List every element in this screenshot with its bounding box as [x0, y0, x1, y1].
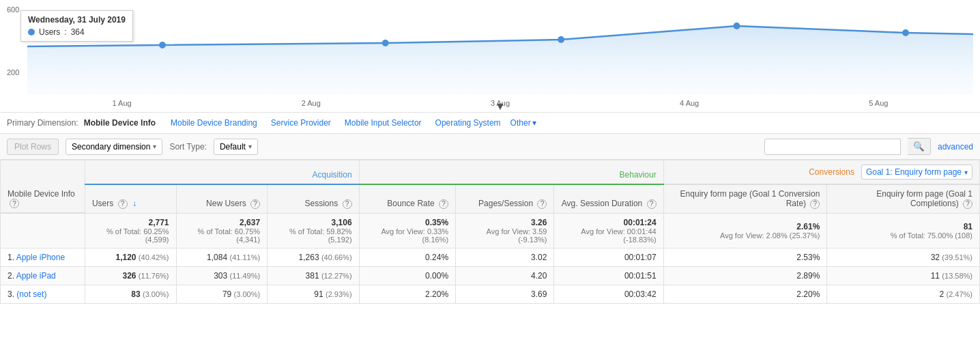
pages-session-col-header: Pages/Session ? [456, 184, 554, 213]
device-info-header: Mobile Device Info ? [1, 160, 85, 214]
row-sessions: 91 (2.93%) [268, 285, 359, 303]
help-icon-users[interactable]: ? [118, 199, 128, 209]
help-icon-enquiry-completions[interactable]: ? [963, 199, 972, 209]
y-label-200: 200 [7, 68, 19, 76]
acquisition-group-header: Acquisition [85, 160, 359, 185]
row-device-name: 3. (not set) [1, 285, 85, 303]
search-input[interactable] [764, 139, 901, 155]
help-icon-avg-session[interactable]: ? [647, 199, 657, 209]
x-label-1aug: 1 Aug [113, 99, 132, 107]
row-pages-session: 3.02 [456, 248, 554, 266]
behaviour-group-header: Behaviour [359, 160, 663, 185]
advanced-link[interactable]: advanced [938, 142, 973, 152]
svg-point-2 [382, 40, 389, 46]
sort-type-dropdown[interactable]: Default [214, 139, 258, 155]
help-icon-device[interactable]: ? [10, 199, 19, 208]
row-bounce-rate: 0.24% [359, 248, 456, 266]
svg-point-5 [902, 29, 909, 36]
row-enquiry-rate: 2.53% [663, 248, 827, 266]
primary-dim-label: Primary Dimension: [7, 118, 78, 128]
row-sessions: 381 (12.27%) [268, 266, 359, 285]
group-header-row: Mobile Device Info ? Acquisition Behavio… [1, 160, 980, 185]
sort-users-icon[interactable]: ↓ [132, 199, 136, 208]
sort-label: Sort Type: [169, 142, 206, 152]
table-row: 3. (not set) 83 (3.00%) 79 (3.00%) 91 (2… [1, 285, 980, 303]
device-link[interactable]: Apple iPad [16, 271, 56, 281]
x-label-5aug: 5 Aug [869, 99, 888, 107]
tooltip-number: 364 [71, 27, 85, 37]
total-sessions: 3,106 % of Total: 59.82% (5,192) [268, 213, 359, 248]
total-new-users: 2,637 % of Total: 60.75% (4,341) [176, 213, 268, 248]
chart-area: 600 200 Wednesday, 31 July 2019 Users: 3… [0, 0, 980, 113]
total-bounce-rate: 0.35% Avg for View: 0.33% (8.16%) [359, 213, 456, 248]
table-body: 1. Apple iPhone 1,120 (40.42%) 1,084 (41… [1, 248, 980, 303]
row-avg-session: 00:03:42 [554, 285, 663, 303]
enquiry-completions-col-header: Enquiry form page (Goal 1 Completions) ? [827, 184, 980, 213]
table-row: 1. Apple iPhone 1,120 (40.42%) 1,084 (41… [1, 248, 980, 266]
row-avg-session: 00:01:07 [554, 248, 663, 266]
link-service-provider[interactable]: Service Provider [267, 117, 335, 129]
chart-tooltip: Wednesday, 31 July 2019 Users: 364 [20, 10, 133, 42]
svg-point-1 [159, 42, 166, 48]
y-label-600: 600 [7, 5, 19, 14]
chart-x-labels: 1 Aug 2 Aug 3 Aug ▼ 4 Aug 5 Aug [27, 96, 973, 110]
column-header-row: Users ? ↓ New Users ? Sessions ? Bounce … [1, 184, 980, 213]
svg-point-3 [558, 36, 564, 43]
row-new-users: 79 (3.00%) [176, 285, 268, 303]
help-icon-bounce[interactable]: ? [439, 199, 448, 209]
plot-rows-button: Plot Rows [7, 139, 59, 155]
chevron-down-icon: ▾ [532, 118, 536, 128]
x-label-2aug: 2 Aug [302, 99, 321, 107]
secondary-dim-dropdown[interactable]: Secondary dimension [66, 139, 162, 155]
row-enquiry-completions: 32 (39.51%) [827, 248, 980, 266]
row-enquiry-completions: 11 (13.58%) [827, 266, 980, 285]
primary-dim-value: Mobile Device Info [84, 118, 156, 128]
help-icon-new-users[interactable]: ? [250, 199, 260, 209]
total-avg-session: 00:01:24 Avg for View: 00:01:44 (-18.83%… [554, 213, 663, 248]
search-icon: 🔍 [913, 141, 925, 152]
link-mobile-branding[interactable]: Mobile Device Branding [167, 117, 261, 129]
row-device-name: 1. Apple iPhone [1, 248, 85, 266]
svg-point-4 [734, 23, 740, 29]
row-new-users: 303 (11.49%) [176, 266, 268, 285]
sessions-col-header: Sessions ? [268, 184, 359, 213]
x-label-4aug: 4 Aug [680, 99, 699, 107]
row-new-users: 1,084 (41.11%) [176, 248, 268, 266]
row-enquiry-rate: 2.20% [663, 285, 827, 303]
row-bounce-rate: 0.00% [359, 266, 456, 285]
bounce-rate-col-header: Bounce Rate ? [359, 184, 456, 213]
row-users: 83 (3.00%) [85, 285, 176, 303]
help-icon-pages[interactable]: ? [537, 199, 547, 209]
help-icon-sessions[interactable]: ? [343, 199, 352, 209]
goal-dropdown[interactable]: Goal 1: Enquiry form page [861, 165, 972, 180]
row-pages-session: 3.69 [456, 285, 554, 303]
row-device-name: 2. Apple iPad [1, 266, 85, 285]
table-row: 2. Apple iPad 326 (11.76%) 303 (11.49%) … [1, 266, 980, 285]
users-col-header: Users ? ↓ [85, 184, 176, 213]
enquiry-rate-col-header: Enquiry form page (Goal 1 Conversion Rat… [663, 184, 827, 213]
data-table: Mobile Device Info ? Acquisition Behavio… [0, 160, 980, 304]
device-link[interactable]: Apple iPhone [16, 253, 65, 262]
new-users-col-header: New Users ? [176, 184, 268, 213]
link-mobile-input[interactable]: Mobile Input Selector [341, 117, 426, 129]
row-pages-session: 4.20 [456, 266, 554, 285]
row-avg-session: 00:01:51 [554, 266, 663, 285]
chart-svg [27, 5, 973, 94]
link-operating-system[interactable]: Operating System [431, 117, 505, 129]
tooltip-metric: Users [39, 27, 60, 37]
avg-session-col-header: Avg. Session Duration ? [554, 184, 663, 213]
tooltip-dot [28, 29, 35, 36]
row-bounce-rate: 2.20% [359, 285, 456, 303]
tooltip-title: Wednesday, 31 July 2019 [28, 15, 126, 25]
other-link[interactable]: Other ▾ [510, 118, 536, 128]
tooltip-value: Users: 364 [28, 27, 126, 37]
conversions-group-header: Conversions Goal 1: Enquiry form page [663, 160, 979, 185]
row-sessions: 1,263 (40.66%) [268, 248, 359, 266]
toolbar: Plot Rows Secondary dimension Sort Type:… [0, 134, 980, 160]
total-users: 2,771 % of Total: 60.25% (4,599) [85, 213, 176, 248]
help-icon-enquiry-rate[interactable]: ? [810, 199, 820, 209]
search-button[interactable]: 🔍 [908, 138, 931, 155]
device-link[interactable]: (not set) [16, 289, 46, 299]
primary-dim-bar: Primary Dimension: Mobile Device Info Mo… [0, 113, 980, 134]
row-users: 326 (11.76%) [85, 266, 176, 285]
